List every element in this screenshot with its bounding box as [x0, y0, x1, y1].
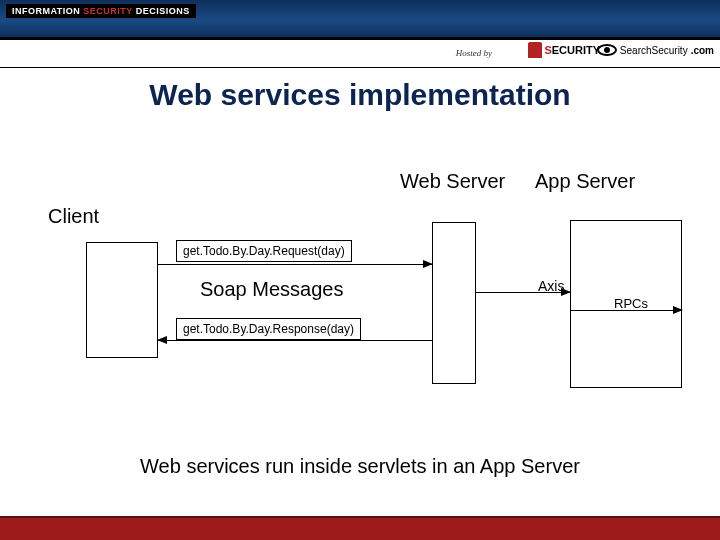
badge-suffix: DECISIONS [136, 6, 190, 16]
badge-prefix: INFORMATION [12, 6, 80, 16]
arrow-head-icon [673, 306, 683, 314]
diagram: Client Web Server App Server get.Todo.By… [0, 160, 720, 460]
security-text: SECURITY [544, 44, 600, 56]
web-server-box [432, 222, 476, 384]
slide-caption: Web services run inside servlets in an A… [0, 455, 720, 478]
response-arrow [158, 340, 432, 341]
hosted-by-label: Hosted by [456, 48, 492, 58]
footer-bar [0, 516, 720, 540]
search-suffix: .com [691, 45, 714, 56]
request-arrow [158, 264, 432, 265]
search-security-logo: SearchSecurity.com [597, 44, 714, 56]
eye-icon [597, 44, 617, 56]
axis-label: Axis [538, 278, 564, 294]
client-label: Client [48, 205, 99, 228]
response-callout: get.Todo.By.Day.Response(day) [176, 318, 361, 340]
brand-badge: INFORMATION SECURITY DECISIONS [6, 4, 196, 18]
hosted-row: Hosted by SECURITY SearchSecurity.com [0, 40, 720, 68]
rpc-label: RPCs [614, 296, 648, 311]
slide-title: Web services implementation [0, 78, 720, 112]
app-server-label: App Server [535, 170, 635, 193]
security-rest: ECURITY [552, 44, 600, 56]
request-callout: get.Todo.By.Day.Request(day) [176, 240, 352, 262]
lock-icon [528, 42, 542, 58]
security-logo: SECURITY [528, 42, 600, 58]
arrow-head-icon [157, 336, 167, 344]
arrow-head-icon [423, 260, 433, 268]
top-banner: INFORMATION SECURITY DECISIONS [0, 0, 720, 40]
client-box [86, 242, 158, 358]
search-text: SearchSecurity [620, 45, 688, 56]
security-s: S [544, 44, 551, 56]
soap-messages-label: Soap Messages [200, 278, 343, 301]
badge-mid: SECURITY [83, 6, 133, 16]
web-server-label: Web Server [400, 170, 505, 193]
